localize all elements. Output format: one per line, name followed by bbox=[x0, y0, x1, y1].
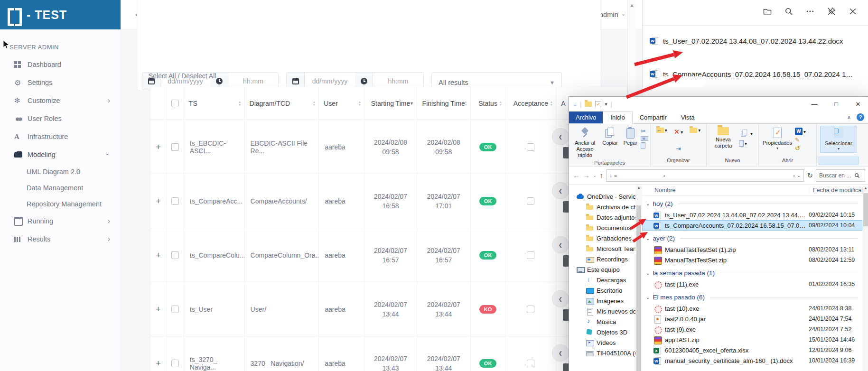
select-button[interactable]: Seleccionar ▾ bbox=[820, 126, 857, 153]
row-checkbox[interactable] bbox=[171, 306, 179, 313]
properties-button[interactable]: Propiedades ▾ bbox=[761, 126, 794, 152]
copy-button[interactable]: Copiar bbox=[600, 126, 620, 148]
nav-tree-item[interactable]: Objetos 3D bbox=[569, 327, 635, 337]
nav-tree-item[interactable]: Escritorio bbox=[569, 285, 635, 296]
maximize-button[interactable]: □ bbox=[825, 97, 847, 111]
expand-row-button[interactable]: + bbox=[156, 142, 161, 152]
open-with-word-button[interactable]: ▾ bbox=[795, 128, 806, 135]
nav-tree-item[interactable]: Microsoft Team bbox=[569, 243, 635, 254]
acceptance-checkbox[interactable] bbox=[527, 360, 534, 367]
nav-tree-item[interactable]: Este equipo bbox=[569, 264, 635, 275]
column-date-modified[interactable]: Fecha de modificación bbox=[809, 187, 862, 194]
header-starting-time[interactable]: Starting Time▼ bbox=[364, 87, 417, 120]
tab-compartir[interactable]: Compartir bbox=[633, 112, 674, 123]
pin-quick-access-button[interactable]: Anclar al Acceso rápido bbox=[571, 126, 599, 160]
file-row[interactable]: manual_security_certificate_alm-160_ (1)… bbox=[642, 355, 862, 366]
file-row[interactable]: tast2.0.0.40.jar 24/01/2024 7:54 bbox=[642, 314, 862, 324]
tab-archivo[interactable]: Archivo bbox=[569, 111, 603, 123]
new-item-button[interactable]: ▾ bbox=[739, 140, 753, 147]
file-row[interactable]: appTAST.zip 15/01/2024 14:46 bbox=[642, 334, 862, 345]
copy-to-button[interactable]: ▾ bbox=[690, 128, 700, 133]
header-status[interactable]: Status▲▼ bbox=[471, 87, 506, 120]
sort-desc-icon[interactable]: ▼ bbox=[410, 102, 414, 106]
header-diagram[interactable]: Diagram/TCD▲▼ bbox=[245, 87, 319, 120]
nav-tree-item[interactable]: Vídeos bbox=[569, 337, 635, 348]
copy-path-button[interactable] bbox=[641, 136, 648, 141]
expand-row-button[interactable]: + bbox=[156, 304, 161, 315]
select-all-toggle[interactable]: Select All / Deselect All bbox=[149, 72, 216, 80]
explorer-titlebar[interactable]: ↓ | ✓ ▾ | — □ ✕ bbox=[569, 97, 868, 111]
sort-icon[interactable]: ▲▼ bbox=[312, 101, 316, 106]
header-checkbox[interactable] bbox=[167, 87, 184, 120]
row-action-button[interactable]: ❮ bbox=[556, 290, 569, 307]
row-action-button[interactable]: ❮ bbox=[556, 236, 569, 253]
acceptance-checkbox[interactable] bbox=[527, 251, 534, 259]
file-row[interactable]: ManualTastTestSet.zip 08/02/2024 12:59 bbox=[642, 255, 862, 265]
sort-icon[interactable]: ▲▼ bbox=[499, 101, 503, 106]
paste-shortcut-button[interactable] bbox=[641, 142, 648, 148]
download-item[interactable]: ts_CompareAccounts_07.02.2024 16.58.15_0… bbox=[643, 64, 868, 84]
nav-tree-item[interactable]: Descargas bbox=[569, 275, 635, 285]
download-arrow-icon[interactable]: ↓ bbox=[573, 100, 577, 108]
scroll-up-icon[interactable]: ▲ bbox=[635, 185, 642, 190]
acceptance-checkbox[interactable] bbox=[527, 306, 534, 313]
scroll-up-icon[interactable]: ▲ bbox=[628, 0, 636, 8]
delete-button[interactable]: ▾ bbox=[674, 128, 683, 136]
address-input[interactable]: ↓ « › › ⌄ bbox=[606, 169, 804, 182]
minimize-button[interactable]: — bbox=[803, 97, 825, 111]
address-dropdown-icon[interactable]: ⌄ bbox=[797, 173, 801, 178]
rename-button[interactable] bbox=[676, 145, 681, 152]
file-row[interactable]: tast (11).exe 01/02/2024 16:35 bbox=[642, 279, 862, 289]
nav-tree-item[interactable]: TIH045100A (C bbox=[569, 348, 635, 358]
expand-row-button[interactable]: + bbox=[156, 250, 161, 260]
recent-locations-icon[interactable]: ⌄ bbox=[593, 173, 597, 178]
scroll-up-icon[interactable]: ▲ bbox=[862, 185, 868, 190]
collapse-ribbon-icon[interactable]: ∧ bbox=[847, 114, 851, 121]
back-icon[interactable]: ← bbox=[573, 171, 580, 179]
nav-tree-item[interactable]: OneDrive - Servic bbox=[569, 191, 635, 202]
nav-tree-item[interactable]: Recordings bbox=[569, 254, 635, 264]
search-icon[interactable] bbox=[784, 7, 793, 16]
acceptance-checkbox[interactable] bbox=[527, 143, 534, 151]
sidebar-item[interactable]: Running bbox=[0, 212, 121, 230]
customize-toolbar-icon[interactable]: ▾ bbox=[605, 102, 607, 107]
expand-row-button[interactable]: + bbox=[156, 358, 161, 369]
sidebar-item[interactable]: Modeling bbox=[0, 146, 121, 164]
edit-button[interactable] bbox=[795, 137, 806, 143]
sidebar-item[interactable]: Settings bbox=[0, 74, 121, 92]
history-button[interactable] bbox=[795, 145, 806, 152]
sidebar-item[interactable]: Results bbox=[0, 230, 121, 248]
row-action-button[interactable]: ❮ bbox=[556, 128, 569, 145]
new-folder-button[interactable]: Nueva carpeta bbox=[709, 126, 738, 150]
select-all-checkbox[interactable] bbox=[171, 100, 179, 107]
row-checkbox[interactable] bbox=[171, 251, 179, 259]
file-row[interactable]: tast (9).exe 24/01/2024 7:52 bbox=[642, 324, 862, 334]
acceptance-checkbox[interactable] bbox=[527, 197, 534, 205]
nav-tree-item[interactable]: Grabaciones bbox=[569, 233, 635, 243]
scrollbar-thumb[interactable] bbox=[863, 193, 868, 226]
forward-icon[interactable]: → bbox=[583, 171, 590, 179]
scrollbar-thumb[interactable] bbox=[636, 205, 641, 371]
easy-access-button[interactable]: ▾ bbox=[739, 128, 753, 139]
sidebar-item[interactable]: User Roles bbox=[0, 110, 121, 128]
sidebar-item[interactable]: Customize bbox=[0, 92, 121, 110]
file-row[interactable]: 6012300405_excel_oferta.xlsx 12/01/2024 … bbox=[642, 345, 862, 355]
move-to-button[interactable]: ▾ bbox=[656, 128, 667, 133]
nav-tree-item[interactable]: Imágenes bbox=[569, 296, 635, 306]
nav-tree-item[interactable]: Datos adjuntos bbox=[569, 212, 635, 223]
sidebar-item[interactable]: UML Diagram 2.0 bbox=[0, 164, 121, 180]
file-list-scrollbar[interactable]: ▲ bbox=[862, 185, 868, 371]
sidebar-item[interactable]: Dashboard bbox=[0, 56, 121, 74]
column-name[interactable]: Nombre bbox=[642, 187, 809, 194]
file-row[interactable]: ManualTastTestSet (1).zip 08/02/2024 13:… bbox=[642, 244, 862, 255]
row-action-button[interactable]: ❮ bbox=[556, 182, 569, 199]
download-item[interactable]: ts_User_07.02.2024 13.44.08_07.02.2024 1… bbox=[643, 30, 868, 51]
explorer-search-input[interactable] bbox=[819, 172, 852, 179]
file-row[interactable]: tast (10).exe 24/01/2024 8:38 bbox=[642, 303, 862, 314]
close-icon[interactable] bbox=[848, 7, 858, 16]
unpin-icon[interactable] bbox=[827, 7, 836, 16]
file-row[interactable]: ts_CompareAccounts_07.02.2024 16.58.15_0… bbox=[642, 220, 862, 231]
cut-button[interactable] bbox=[641, 128, 648, 135]
paste-button[interactable]: Pegar bbox=[621, 126, 640, 148]
folder-icon[interactable] bbox=[585, 102, 592, 107]
